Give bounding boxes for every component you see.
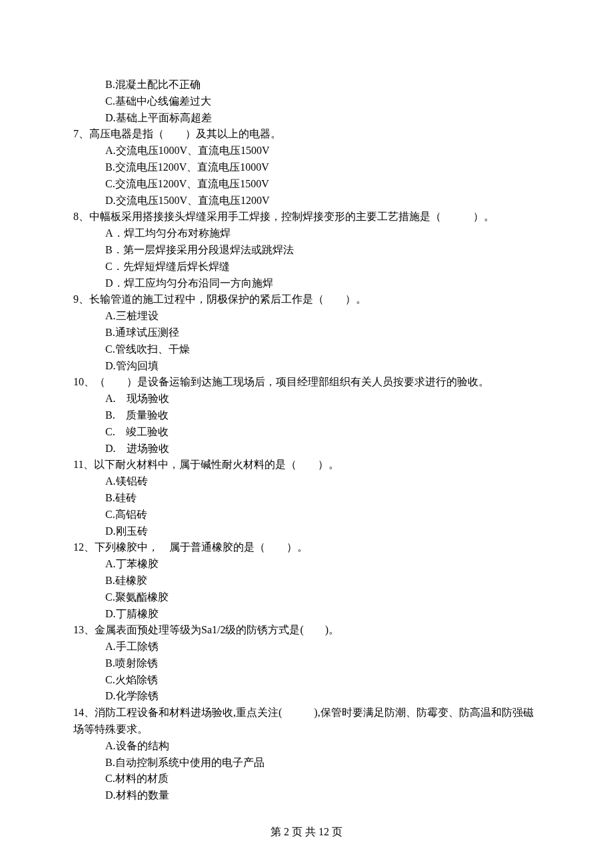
option-item: B.通球试压测径 [105,325,540,341]
question-stem: 13、金属表面预处理等级为Sa1/2级的防锈方式是( )。 [73,622,540,639]
option-item: D.刚玉砖 [105,523,540,540]
option-item: B.喷射除锈 [105,655,540,672]
question-stem: 11、以下耐火材料中，属于碱性耐火材料的是（ ）。 [73,457,540,473]
option-item: B.硅砖 [105,490,540,507]
option-item: C.材料的材质 [105,771,540,787]
question-stem: 8、中幅板采用搭接接头焊缝采用手工焊接，控制焊接变形的主要工艺措施是（ ）。 [73,209,540,225]
option-item: A.设备的结构 [105,738,540,755]
option-item: D.材料的数量 [105,787,540,804]
option-item: C．先焊短焊缝后焊长焊缝 [105,259,540,275]
question-stem: 9、长输管道的施工过程中，阴极保护的紧后工作是（ ）。 [73,291,540,308]
question-14: 14、消防工程设备和材料进场验收,重点关注( ),保管时要满足防潮、防霉变、防高… [73,705,540,804]
option-item: B.混凝土配比不正确 [105,77,540,93]
option-item: A.交流电压1000V、直流电压1500V [105,143,540,159]
option-item: B.硅橡胶 [105,573,540,589]
option-item: A．焊工均匀分布对称施焊 [105,225,540,242]
option-item: A.丁苯橡胶 [105,556,540,573]
question-stem: 10、（ ）是设备运输到达施工现场后，项目经理部组织有关人员按要求进行的验收。 [73,374,540,391]
question-stem: 14、消防工程设备和材料进场验收,重点关注( ),保管时要满足防潮、防霉变、防高… [73,705,540,738]
question-12: 12、下列橡胶中， 属于普通橡胶的是（ ）。 A.丁苯橡胶 B.硅橡胶 C.聚氨… [73,539,540,622]
option-item: C.聚氨酯橡胶 [105,589,540,606]
option-item: A.手工除锈 [105,639,540,655]
option-item: B. 质量验收 [105,407,540,424]
option-item: C.管线吹扫、干燥 [105,341,540,358]
option-item: C.基础中心线偏差过大 [105,93,540,110]
question-8: 8、中幅板采用搭接接头焊缝采用手工焊接，控制焊接变形的主要工艺措施是（ ）。 A… [73,209,540,291]
question-7: 7、高压电器是指（ ）及其以上的电器。 A.交流电压1000V、直流电压1500… [73,126,540,209]
option-item: C. 竣工验收 [105,424,540,441]
option-item: B.交流电压1200V、直流电压1000V [105,159,540,176]
option-item: A. 现场验收 [105,391,540,407]
question-9: 9、长输管道的施工过程中，阴极保护的紧后工作是（ ）。 A.三桩埋设 B.通球试… [73,291,540,374]
option-item: D.管沟回填 [105,358,540,375]
option-item: D.丁腈橡胶 [105,606,540,623]
option-item: D．焊工应均匀分布沿同一方向施焊 [105,275,540,292]
option-item: D.交流电压1500V、直流电压1200V [105,193,540,209]
option-item: C.火焰除锈 [105,672,540,689]
question-13: 13、金属表面预处理等级为Sa1/2级的防锈方式是( )。 A.手工除锈 B.喷… [73,622,540,705]
question-stem: 7、高压电器是指（ ）及其以上的电器。 [73,126,540,143]
carryover-options: B.混凝土配比不正确 C.基础中心线偏差过大 D.基础上平面标高超差 [73,77,540,126]
document-body: B.混凝土配比不正确 C.基础中心线偏差过大 D.基础上平面标高超差 7、高压电… [73,77,540,841]
option-item: C.高铝砖 [105,507,540,523]
question-stem: 12、下列橡胶中， 属于普通橡胶的是（ ）。 [73,539,540,556]
option-item: A.三桩埋设 [105,308,540,325]
option-item: D. 进场验收 [105,441,540,457]
question-11: 11、以下耐火材料中，属于碱性耐火材料的是（ ）。 A.镁铝砖 B.硅砖 C.高… [73,457,540,539]
option-item: B．第一层焊接采用分段退焊法或跳焊法 [105,242,540,259]
option-item: B.自动控制系统中使用的电子产品 [105,755,540,771]
option-item: D.基础上平面标高超差 [105,110,540,127]
option-item: C.交流电压1200V、直流电压1500V [105,176,540,193]
question-10: 10、（ ）是设备运输到达施工现场后，项目经理部组织有关人员按要求进行的验收。 … [73,374,540,457]
option-item: A.镁铝砖 [105,473,540,490]
option-item: D.化学除锈 [105,688,540,705]
page-footer: 第 2 页 共 12 页 [73,824,540,841]
